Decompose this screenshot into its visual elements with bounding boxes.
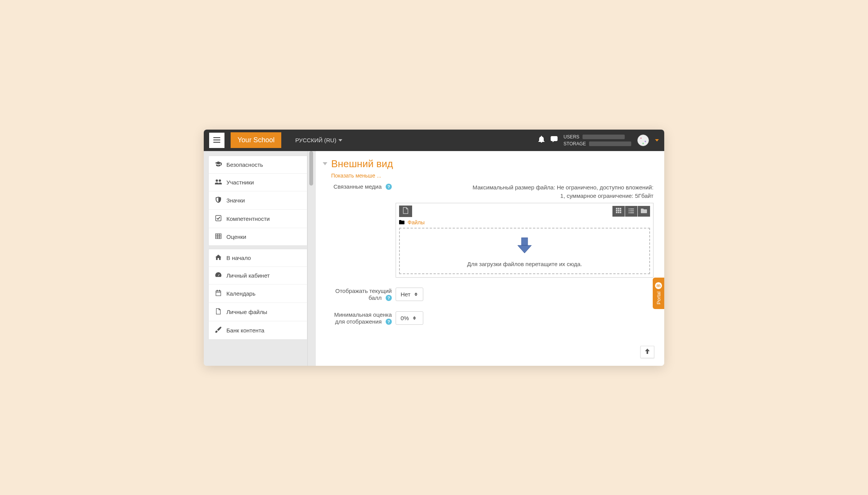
sidebar-scrollbar[interactable]	[307, 151, 316, 366]
scroll-to-top-button[interactable]	[640, 346, 654, 358]
main-content: Внешний вид Показать меньше ... Связанны…	[316, 151, 664, 366]
view-tree-button[interactable]	[638, 206, 650, 217]
nav-group-course: Безопасность Участники Значки Компетентн…	[208, 156, 307, 246]
scrollbar-thumb[interactable]	[309, 151, 313, 186]
portal-label: Portal	[656, 291, 662, 304]
storage-label: STORAGE	[564, 141, 586, 146]
file-manager-toolbar	[399, 206, 650, 217]
users-icon	[215, 179, 222, 186]
svg-rect-25	[630, 209, 634, 209]
svg-rect-21	[616, 212, 617, 213]
app-window: Your School РУССКИЙ (RU) USERS STORAGE	[204, 130, 664, 366]
svg-rect-29	[630, 212, 634, 213]
svg-rect-22	[618, 212, 619, 213]
svg-rect-5	[216, 215, 221, 221]
brand-logo[interactable]: Your School	[231, 132, 281, 148]
view-mode-group	[612, 206, 650, 217]
folder-icon	[641, 208, 647, 214]
help-icon[interactable]: ?	[386, 295, 392, 301]
sidebar: Безопасность Участники Значки Компетентн…	[204, 151, 307, 366]
file-limit-line1: Максимальный размер файла: Не ограничено…	[396, 183, 653, 192]
view-list-button[interactable]	[625, 206, 637, 217]
svg-rect-19	[618, 210, 619, 211]
sidebar-item-calendar[interactable]: Календарь	[209, 285, 307, 303]
sidebar-item-grades[interactable]: Оценки	[209, 228, 307, 245]
list-icon	[629, 208, 634, 214]
users-label: USERS	[564, 134, 579, 140]
min-grade-select[interactable]: 0%	[396, 311, 423, 325]
file-breadcrumb: Файлы	[399, 219, 650, 225]
sidebar-item-home[interactable]: В начало	[209, 249, 307, 267]
sidebar-item-label: Личный кабинет	[226, 272, 270, 279]
hamburger-icon	[213, 136, 220, 145]
svg-rect-16	[618, 208, 619, 209]
sidebar-item-participants[interactable]: Участники	[209, 174, 307, 191]
svg-rect-24	[629, 209, 630, 209]
messages-icon[interactable]	[551, 136, 558, 144]
folder-icon	[399, 219, 404, 225]
add-file-button[interactable]	[399, 206, 412, 217]
language-selector[interactable]: РУССКИЙ (RU)	[295, 137, 342, 143]
portal-side-tab[interactable]: Portal m	[653, 278, 664, 309]
svg-rect-2	[213, 142, 220, 143]
avatar[interactable]	[637, 135, 649, 146]
select-caret-icon	[414, 293, 417, 296]
svg-point-4	[219, 179, 221, 182]
menu-toggle-button[interactable]	[209, 133, 224, 148]
users-usage-bar	[583, 135, 625, 139]
topbar: Your School РУССКИЙ (RU) USERS STORAGE	[204, 130, 664, 151]
file-limits: Максимальный размер файла: Не ограничено…	[396, 183, 653, 201]
sidebar-item-label: Банк контента	[226, 327, 264, 334]
sidebar-item-label: Оценки	[226, 234, 246, 240]
sidebar-item-label: Безопасность	[226, 161, 263, 168]
sidebar-item-content-bank[interactable]: Банк контента	[209, 321, 307, 339]
svg-rect-0	[213, 137, 220, 138]
svg-marker-31	[518, 245, 531, 253]
usage-block: USERS STORAGE	[564, 134, 631, 146]
paint-brush-icon	[215, 327, 222, 334]
file-dropzone[interactable]: Для загрузки файлов перетащите их сюда.	[399, 228, 650, 274]
section-title: Внешний вид	[331, 158, 393, 170]
sidebar-item-private-files[interactable]: Личные файлы	[209, 303, 307, 321]
nav-group-site: В начало Личный кабинет Календарь Личные…	[208, 249, 307, 340]
view-icons-button[interactable]	[612, 206, 625, 217]
select-value: 0%	[401, 315, 409, 321]
chevron-down-icon	[338, 139, 342, 141]
sidebar-item-label: Участники	[226, 179, 254, 186]
notifications-icon[interactable]	[538, 136, 545, 145]
show-less-link[interactable]: Показать меньше ...	[331, 173, 381, 179]
sidebar-item-label: Компетентности	[226, 215, 270, 222]
svg-rect-1	[213, 140, 220, 140]
min-grade-label: Минимальная оценка для отображения	[334, 311, 392, 325]
sidebar-item-dashboard[interactable]: Личный кабинет	[209, 267, 307, 285]
sidebar-item-label: Значки	[226, 197, 245, 204]
svg-rect-17	[620, 208, 621, 209]
table-icon	[215, 234, 222, 240]
file-icon	[215, 308, 222, 316]
language-label: РУССКИЙ (RU)	[295, 137, 336, 143]
tachometer-icon	[215, 272, 222, 279]
help-icon[interactable]: ?	[386, 319, 392, 325]
file-limit-line2: 1, суммарное ограничение: 5Гбайт	[396, 192, 653, 201]
breadcrumb-files-link[interactable]: Файлы	[408, 219, 424, 225]
portal-m-icon: m	[655, 282, 662, 289]
sidebar-item-security[interactable]: Безопасность	[209, 156, 307, 174]
user-menu-caret-icon[interactable]	[655, 139, 659, 141]
sidebar-item-competencies[interactable]: Компетентности	[209, 210, 307, 228]
file-add-icon	[403, 207, 408, 215]
select-caret-icon	[413, 316, 416, 320]
sidebar-item-label: В начало	[226, 255, 251, 261]
svg-rect-30	[521, 238, 528, 245]
download-arrow-icon	[404, 237, 645, 255]
current-grade-select[interactable]: Нет	[396, 288, 423, 301]
body: Безопасность Участники Значки Компетентн…	[204, 151, 664, 366]
section-collapse-icon[interactable]	[323, 162, 327, 165]
help-icon[interactable]: ?	[386, 184, 392, 190]
sidebar-item-badges[interactable]: Значки	[209, 191, 307, 210]
svg-rect-18	[616, 210, 617, 211]
svg-rect-28	[629, 212, 630, 213]
current-grade-label: Отображать текущий балл	[335, 288, 392, 301]
shield-icon	[215, 197, 222, 204]
storage-usage-bar	[589, 141, 631, 146]
calendar-icon	[215, 290, 222, 297]
